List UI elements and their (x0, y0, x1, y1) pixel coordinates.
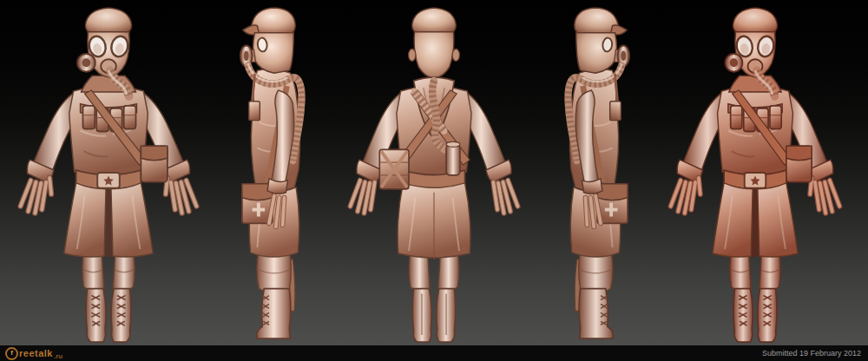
figure-front-view (2, 2, 215, 345)
submitted-date-label: Submitted 19 February 2012 (762, 349, 861, 358)
watermark-circle-icon: f (5, 347, 18, 360)
watermark-text: reetalk (19, 349, 53, 358)
figure-three-quarter-view (653, 2, 858, 345)
figure-right-profile-view (536, 2, 663, 345)
figure-left-profile-view (207, 2, 333, 345)
watermark-domain: .ru (54, 353, 62, 360)
sculpt-viewport: f reetalk .ru Submitted 19 February 2012 (0, 0, 868, 361)
figure-back-view (332, 2, 536, 345)
site-watermark-logo: f reetalk .ru (5, 347, 62, 360)
footer-bar: f reetalk .ru Submitted 19 February 2012 (0, 345, 868, 361)
